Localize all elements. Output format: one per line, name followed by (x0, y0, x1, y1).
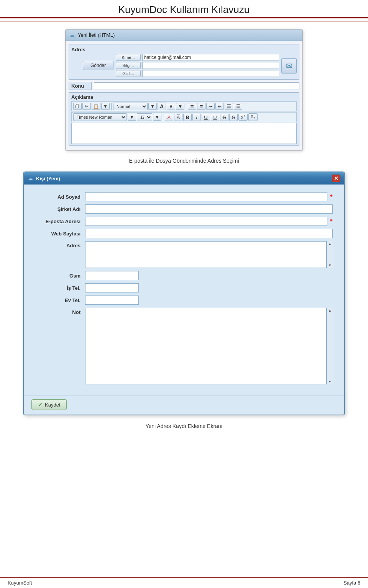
email-body: Adres Gönder Kime... hatice.guler@mail.c… (66, 41, 302, 150)
sirket-input[interactable] (85, 204, 333, 214)
aciklama-label: Açıklama (71, 94, 297, 100)
eposta-required: * (330, 218, 333, 225)
font-size-small-btn[interactable]: A (167, 104, 175, 109)
web-input[interactable] (85, 229, 333, 238)
align-right-btn[interactable]: ☰ (234, 103, 242, 110)
bilgi-email-input[interactable] (142, 62, 279, 69)
italic-btn[interactable]: I (192, 114, 201, 121)
align-left-btn[interactable]: ⇤ (215, 103, 224, 110)
font-size-select[interactable]: 12 (137, 113, 152, 121)
font-family-select[interactable]: Times New Roman (73, 113, 127, 121)
kisi-titlebar: ☁ Kişi (Yeni) ✕ (24, 172, 344, 185)
evtel-input[interactable] (85, 296, 139, 305)
eposta-input[interactable] (85, 217, 327, 226)
email-titlebar: ☁ Yeni İleti (HTML) (66, 29, 302, 41)
subscript-btn[interactable]: X2 (248, 113, 258, 121)
form-row-eposta: E-posta Adresi * (35, 217, 333, 226)
page-title-area: KuyumDoc Kullanım Kılavuzu (0, 0, 368, 21)
bilgi-button[interactable]: Bilgi... (116, 62, 141, 69)
kime-button[interactable]: Kime... (116, 54, 141, 61)
superscript-btn[interactable]: X2 (238, 114, 248, 121)
not-scrollbar[interactable]: ▲ ▼ (327, 308, 333, 384)
evtel-label: Ev Tel. (35, 297, 85, 303)
title-underline (0, 17, 368, 18)
list-ol-btn[interactable]: ≣ (197, 103, 205, 110)
scroll-up-icon[interactable]: ▲ (328, 242, 332, 246)
compose-area[interactable] (71, 123, 297, 144)
konu-input[interactable] (94, 82, 299, 90)
indent-btn[interactable]: ⇥ (206, 103, 215, 110)
gonder-button[interactable]: Gönder (83, 61, 113, 70)
strikethrough2-btn[interactable]: S (229, 114, 238, 121)
underline-btn[interactable]: U (202, 114, 210, 121)
tb-sep-3 (163, 114, 163, 121)
cut-button[interactable]: ✂ (82, 103, 91, 110)
sirket-label: Şirket Adı (35, 206, 85, 212)
footer-left: KuyumSoft (8, 580, 32, 586)
kisi-title-left: ☁ Kişi (Yeni) (28, 175, 60, 182)
font-aa-dropdown[interactable]: ▼ (176, 103, 184, 110)
align-center-btn[interactable]: ☰ (225, 103, 233, 110)
web-label: Web Sayfası (35, 231, 85, 237)
aciklama-section: Açıklama 🗍 ✂ 📋 ▼ Normal ▼ A A ▼ ≣ (69, 92, 299, 146)
kaydet-checkmark-icon: ✔ (38, 402, 43, 408)
paste-special-button[interactable]: ▼ (101, 103, 110, 110)
adres-textarea[interactable] (85, 241, 327, 268)
font-size-large-btn[interactable]: A (158, 103, 166, 110)
gonder-icon: ✉ (281, 58, 297, 74)
adres-textarea-container: ▲ ▼ (85, 241, 333, 268)
not-scroll-down-icon[interactable]: ▼ (328, 380, 332, 384)
bold-btn[interactable]: B (183, 114, 192, 121)
form-row-adres: Adres ▲ ▼ (35, 241, 333, 268)
cloud-icon: ☁ (69, 32, 75, 38)
form-row-istel: İş Tel. (35, 283, 333, 292)
kaydet-label: Kaydet (45, 402, 60, 408)
form-row-web: Web Sayfası (35, 229, 333, 238)
email-window: ☁ Yeni İleti (HTML) Adres Gönder Kime... (65, 29, 303, 151)
gizli-email-input[interactable] (142, 70, 279, 77)
kisi-close-button[interactable]: ✕ (332, 175, 340, 182)
adres-label: Adres (71, 47, 297, 52)
strikethrough-btn[interactable]: S (220, 114, 228, 121)
style-select[interactable]: Normal (113, 103, 148, 110)
not-textarea[interactable] (85, 308, 327, 384)
scroll-down-icon[interactable]: ▼ (328, 263, 332, 267)
superscript-A-btn[interactable]: Ā (165, 114, 173, 121)
underline2-btn[interactable]: U (211, 114, 219, 121)
style-dropdown-btn[interactable]: ▼ (148, 103, 157, 110)
adsoyad-label: Ad Soyad (35, 194, 85, 200)
font-dropdown-btn[interactable]: ▼ (128, 114, 136, 121)
form-row-sirket: Şirket Adı (35, 204, 333, 214)
adsoyad-required: * (330, 193, 333, 200)
gsm-input[interactable] (85, 271, 139, 280)
tb-sep-2 (186, 103, 186, 110)
adres-rows: Gönder Kime... hatice.guler@mail.com Bil… (71, 54, 297, 77)
adres-scrollbar[interactable]: ▲ ▼ (327, 241, 333, 268)
not-scroll-up-icon[interactable]: ▲ (328, 309, 332, 312)
list-ul-btn[interactable]: ≣ (188, 103, 196, 110)
kisi-window: ☁ Kişi (Yeni) ✕ Ad Soyad * Şirket Adı E-… (23, 172, 345, 415)
adres-row-1: Gönder Kime... hatice.guler@mail.com Bil… (71, 54, 297, 77)
toolbar-row-2: Times New Roman ▼ 12 ▼ Ā A B I U U S S (71, 112, 297, 122)
copy-button[interactable]: 🗍 (73, 103, 82, 110)
not-textarea-container: ▲ ▼ (85, 308, 333, 384)
paste-button[interactable]: 📋 (92, 103, 100, 110)
page-title: KuyumDoc Kullanım Kılavuzu (0, 4, 368, 16)
kaydet-button[interactable]: ✔ Kaydet (31, 399, 67, 410)
adres-form-label: Adres (35, 241, 85, 248)
caption-1: E-posta ile Dosya Gönderiminde Adres Seç… (23, 158, 345, 164)
overline-A-btn[interactable]: A (174, 114, 182, 121)
istel-input[interactable] (85, 283, 139, 292)
page-footer: KuyumSoft Sayfa 6 (0, 577, 368, 588)
adres-section: Adres Gönder Kime... hatice.guler@mail.c… (69, 44, 299, 80)
size-dropdown-btn[interactable]: ▼ (153, 114, 161, 121)
tb-sep-1 (111, 103, 112, 110)
main-content: ☁ Yeni İleti (HTML) Adres Gönder Kime... (0, 21, 368, 448)
form-row-adsoyad: Ad Soyad * (35, 192, 333, 201)
not-label: Not (35, 308, 85, 315)
email-window-title: Yeni İleti (HTML) (78, 32, 115, 38)
adsoyad-input[interactable] (85, 192, 327, 201)
konu-section: Konu (69, 82, 299, 90)
gizli-button[interactable]: Gizli... (116, 70, 141, 77)
kime-email-input[interactable]: hatice.guler@mail.com (142, 54, 279, 61)
